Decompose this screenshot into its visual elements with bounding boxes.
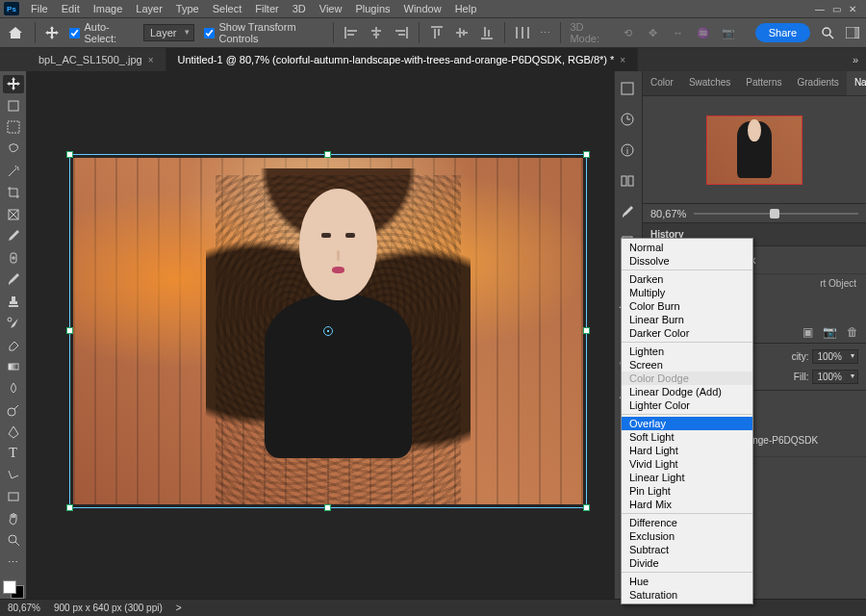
blend-item-darker-color[interactable]: Darker Color (622, 326, 752, 340)
menu-3d[interactable]: 3D (287, 1, 312, 16)
transform-handle[interactable] (324, 504, 331, 511)
align-center-h-icon[interactable] (369, 24, 384, 41)
camera-icon[interactable]: 📷 (823, 325, 837, 339)
fill-dropdown[interactable]: 100% (812, 370, 858, 384)
tab-navigator[interactable]: Navigator (847, 71, 866, 95)
blend-item-lighten[interactable]: Lighten (622, 345, 752, 358)
menu-select[interactable]: Select (207, 1, 248, 16)
brush-settings-panel-icon[interactable] (620, 204, 637, 221)
more-align-icon[interactable]: ⋯ (540, 27, 550, 39)
blend-item-color-burn[interactable]: Color Burn (622, 299, 752, 313)
blend-item-color-dodge[interactable]: Color Dodge (622, 372, 752, 385)
blend-item-saturation[interactable]: Saturation (622, 588, 752, 602)
blend-item-dissolve[interactable]: Dissolve (622, 254, 752, 268)
blend-item-divide[interactable]: Divide (622, 556, 752, 570)
menu-window[interactable]: Window (398, 1, 447, 16)
blend-item-lighter-color[interactable]: Lighter Color (622, 398, 752, 412)
menu-type[interactable]: Type (170, 1, 205, 16)
blend-item-darken[interactable]: Darken (622, 272, 752, 286)
history-panel-icon[interactable] (620, 112, 637, 129)
search-icon[interactable] (820, 24, 835, 41)
transform-handle[interactable] (583, 327, 590, 334)
align-bottom-icon[interactable] (479, 24, 495, 41)
stamp-tool-icon[interactable] (3, 293, 24, 311)
status-zoom[interactable]: 80,67% (8, 603, 40, 613)
menu-edit[interactable]: Edit (56, 1, 86, 16)
status-arrow-icon[interactable]: > (176, 603, 182, 613)
heal-tool-icon[interactable] (3, 249, 24, 268)
restore-button[interactable]: ▭ (832, 4, 841, 14)
transform-handle[interactable] (583, 504, 590, 511)
eraser-tool-icon[interactable] (3, 336, 24, 354)
blend-item-linear-light[interactable]: Linear Light (622, 471, 752, 484)
distribute-icon[interactable] (515, 24, 530, 41)
tab-gradients[interactable]: Gradients (790, 71, 847, 95)
dodge-tool-icon[interactable] (3, 401, 24, 420)
transform-handle[interactable] (66, 151, 73, 158)
align-top-icon[interactable] (429, 24, 445, 41)
menu-layer[interactable]: Layer (130, 1, 168, 16)
menu-image[interactable]: Image (88, 1, 129, 16)
blend-item-subtract[interactable]: Subtract (622, 543, 752, 556)
minimize-button[interactable]: — (815, 4, 825, 14)
crop-tool-icon[interactable] (3, 184, 24, 202)
tabs-overflow-icon[interactable]: » (845, 48, 866, 71)
close-icon[interactable]: × (620, 55, 625, 65)
edit-toolbar-icon[interactable]: ⋯ (3, 553, 24, 572)
align-right-icon[interactable] (394, 24, 409, 41)
auto-select-target-dropdown[interactable]: Layer (143, 24, 195, 41)
menu-file[interactable]: File (25, 1, 54, 16)
navigator-preview[interactable] (643, 96, 866, 204)
gradient-tool-icon[interactable] (3, 358, 24, 376)
tab-doc-1[interactable]: Untitled-1 @ 80,7% (colorful-autumn-land… (166, 48, 639, 71)
workspace-icon[interactable] (845, 24, 860, 41)
transform-handle[interactable] (66, 327, 73, 334)
zoom-slider[interactable] (694, 213, 858, 215)
home-icon[interactable] (6, 23, 25, 42)
align-left-icon[interactable] (344, 24, 359, 41)
blend-item-linear-burn[interactable]: Linear Burn (622, 313, 752, 326)
history-brush-tool-icon[interactable] (3, 314, 24, 332)
navigator-thumbnail[interactable] (706, 116, 802, 185)
blend-item-overlay[interactable]: Overlay (622, 417, 752, 430)
align-center-v-icon[interactable] (454, 24, 470, 41)
blend-item-hard-mix[interactable]: Hard Mix (622, 498, 752, 511)
menu-help[interactable]: Help (449, 1, 483, 16)
path-tool-icon[interactable] (3, 466, 24, 484)
menu-plugins[interactable]: Plugins (349, 1, 395, 16)
frame-tool-icon[interactable] (3, 205, 24, 223)
blend-item-difference[interactable]: Difference (622, 516, 752, 529)
blend-item-vivid-light[interactable]: Vivid Light (622, 457, 752, 471)
status-dimensions[interactable]: 900 px x 640 px (300 ppi) (54, 603, 163, 613)
blend-item-linear-dodge[interactable]: Linear Dodge (Add) (622, 385, 752, 398)
properties-panel-icon[interactable] (620, 81, 637, 98)
libraries-panel-icon[interactable] (620, 173, 637, 191)
blend-item-hard-light[interactable]: Hard Light (622, 444, 752, 457)
type-tool-icon[interactable]: T (3, 445, 24, 463)
color-swatch[interactable] (3, 580, 24, 599)
info-panel-icon[interactable]: i (620, 142, 637, 160)
pen-tool-icon[interactable] (3, 423, 24, 441)
show-transform-input[interactable] (204, 28, 215, 38)
lasso-tool-icon[interactable] (3, 141, 24, 159)
blend-item-pin-light[interactable]: Pin Light (622, 484, 752, 498)
snapshot-icon[interactable]: ▣ (802, 325, 813, 339)
blend-item-soft-light[interactable]: Soft Light (622, 430, 752, 444)
auto-select-checkbox[interactable]: Auto-Select: (69, 21, 134, 44)
blend-item-exclusion[interactable]: Exclusion (622, 529, 752, 543)
tab-patterns[interactable]: Patterns (738, 71, 789, 95)
tab-swatches[interactable]: Swatches (681, 71, 738, 95)
tab-doc-0[interactable]: bpL_AC_SL1500_.jpg × (27, 48, 166, 71)
blur-tool-icon[interactable] (3, 379, 24, 398)
brush-tool-icon[interactable] (3, 270, 24, 289)
zoom-tool-icon[interactable] (3, 531, 24, 550)
marquee-tool-icon[interactable] (3, 118, 24, 137)
close-icon[interactable]: × (148, 55, 154, 65)
auto-select-input[interactable] (69, 28, 80, 38)
artboard-tool-icon[interactable] (3, 97, 24, 116)
tab-color[interactable]: Color (643, 71, 681, 95)
opacity-dropdown[interactable]: 100% (812, 349, 858, 364)
zoom-value[interactable]: 80,67% (650, 208, 686, 219)
move-tool-indicator-icon[interactable] (44, 24, 60, 41)
share-button[interactable]: Share (755, 23, 810, 42)
